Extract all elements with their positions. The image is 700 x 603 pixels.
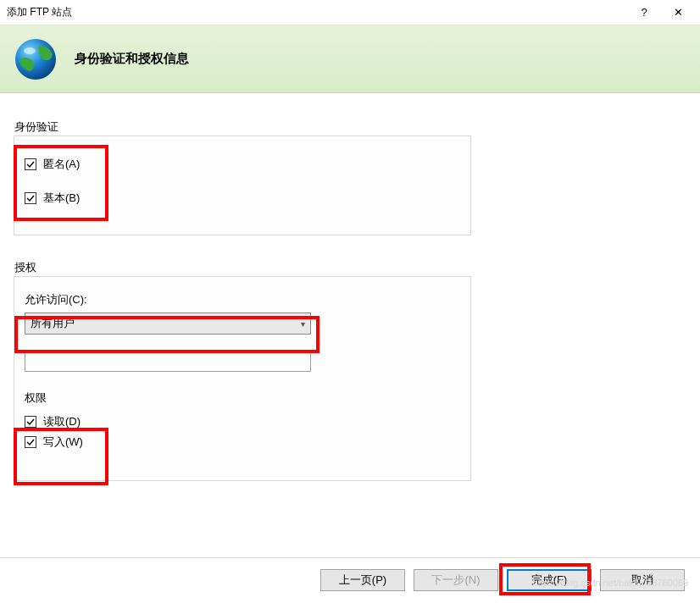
read-checkbox-label: 读取(D)	[43, 414, 81, 429]
read-checkbox-row[interactable]: 读取(D)	[25, 414, 460, 429]
anonymous-checkbox-row[interactable]: 匿名(A)	[25, 157, 460, 172]
specify-users-input[interactable]	[25, 350, 311, 372]
basic-checkbox[interactable]	[25, 192, 36, 204]
globe-icon	[14, 37, 58, 81]
authorization-group-label: 授权	[14, 260, 36, 275]
write-checkbox[interactable]	[25, 436, 36, 448]
basic-checkbox-row[interactable]: 基本(B)	[25, 191, 460, 206]
read-checkbox[interactable]	[25, 416, 36, 428]
authentication-group-label: 身份验证	[14, 119, 58, 135]
finish-button[interactable]: 完成(F)	[507, 569, 592, 591]
content-area: 身份验证 匿名(A) 基本(B) 授权 允许访问(C): 所有用户 ▾ 权限	[0, 93, 700, 481]
write-checkbox-row[interactable]: 写入(W)	[25, 434, 460, 450]
help-button[interactable]: ?	[627, 1, 661, 25]
titlebar: 添加 FTP 站点 ? ✕	[0, 0, 700, 25]
svg-point-1	[24, 47, 36, 54]
page-title: 身份验证和授权信息	[75, 51, 189, 67]
anonymous-checkbox[interactable]	[25, 158, 36, 170]
permissions-label: 权限	[25, 390, 460, 406]
previous-button[interactable]: 上一页(P)	[320, 569, 405, 591]
write-checkbox-label: 写入(W)	[43, 434, 83, 450]
authentication-group: 身份验证 匿名(A) 基本(B)	[14, 136, 471, 235]
banner: 身份验证和授权信息	[0, 25, 700, 93]
anonymous-checkbox-label: 匿名(A)	[43, 157, 80, 172]
authorization-group: 授权 允许访问(C): 所有用户 ▾ 权限 读取(D) 写入(W)	[14, 276, 471, 481]
cancel-button[interactable]: 取消	[600, 569, 685, 591]
allow-access-selected: 所有用户	[31, 316, 75, 331]
allow-access-label: 允许访问(C):	[25, 292, 460, 307]
basic-checkbox-label: 基本(B)	[43, 191, 80, 206]
wizard-button-bar: 上一页(P) 下一步(N) 完成(F) 取消	[0, 557, 700, 593]
window-title: 添加 FTP 站点	[7, 5, 627, 19]
close-button[interactable]: ✕	[661, 1, 695, 25]
next-button: 下一步(N)	[414, 569, 498, 591]
chevron-down-icon: ▾	[301, 319, 305, 329]
allow-access-select[interactable]: 所有用户 ▾	[25, 313, 311, 335]
